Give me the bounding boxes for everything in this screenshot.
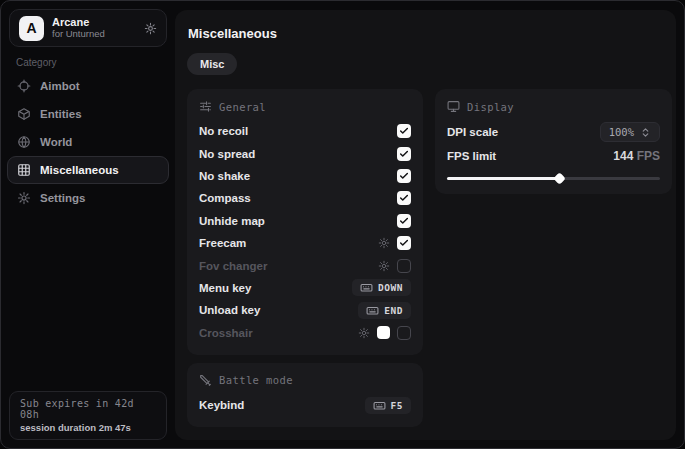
setting-row-dpi-scale: DPI scale 100% — [447, 120, 660, 144]
setting-row-menu-key: Menu key DOWN — [199, 277, 411, 299]
crosshair-checkbox[interactable] — [397, 326, 411, 340]
sidebar-item-label: Aimbot — [40, 80, 80, 92]
no-shake-checkbox[interactable] — [397, 169, 411, 183]
check-icon — [399, 216, 409, 226]
keybind-value: END — [384, 305, 403, 316]
gear-icon[interactable] — [144, 22, 157, 35]
check-icon — [399, 171, 409, 181]
sidebar-item-label: World — [40, 136, 72, 148]
fps-limit-value: 144 FPS — [613, 149, 660, 163]
sidebar-item-label: Settings — [40, 192, 85, 204]
battle-keybind-button[interactable]: F5 — [365, 397, 411, 414]
crosshair-gear-icon[interactable] — [358, 327, 370, 339]
check-icon — [399, 149, 409, 159]
no-recoil-checkbox[interactable] — [397, 124, 411, 138]
display-panel-header: Display — [447, 100, 660, 113]
sidebar-item-aimbot[interactable]: Aimbot — [7, 72, 169, 100]
freecam-gear-icon[interactable] — [378, 237, 390, 249]
tab-misc[interactable]: Misc — [187, 53, 237, 75]
sidebar-item-label: Entities — [40, 108, 82, 120]
gear-icon — [17, 191, 31, 205]
fps-unit: FPS — [637, 149, 660, 163]
general-panel: General No recoil No spread — [187, 89, 423, 355]
battle-mode-panel: Battle mode Keybind F5 — [187, 363, 423, 427]
row-label: No shake — [199, 170, 250, 182]
setting-row-no-shake: No shake — [199, 165, 411, 187]
sidebar-item-miscellaneous[interactable]: Miscellaneous — [7, 156, 169, 184]
dpi-scale-select[interactable]: 100% — [600, 122, 660, 142]
sword-icon — [199, 374, 212, 387]
check-icon — [399, 193, 409, 203]
setting-row-unhide-map: Unhide map — [199, 210, 411, 232]
subscription-status-card: Sub expires in 42d 08h session duration … — [9, 391, 167, 440]
row-label: Fov changer — [199, 260, 267, 272]
slider-thumb[interactable] — [553, 172, 566, 185]
row-label: FPS limit — [447, 150, 496, 162]
main-content: Miscellaneous Misc General — [175, 10, 676, 440]
keyboard-icon — [373, 399, 386, 412]
sidebar-item-world[interactable]: World — [7, 128, 169, 156]
general-panel-title: General — [219, 101, 266, 113]
right-column: Display DPI scale 100% — [435, 89, 672, 194]
session-duration-text: session duration 2m 47s — [20, 422, 156, 433]
cube-icon — [17, 107, 31, 121]
setting-row-unload-key: Unload key END — [199, 299, 411, 321]
keybind-value: F5 — [391, 400, 403, 411]
app-subtitle: for Unturned — [52, 29, 136, 40]
setting-row-battle-keybind: Keybind F5 — [199, 394, 411, 416]
app-title: Arcane — [52, 16, 136, 29]
battle-mode-panel-header: Battle mode — [199, 374, 411, 387]
setting-row-no-recoil: No recoil — [199, 120, 411, 142]
row-label: Unload key — [199, 304, 260, 316]
fps-limit-slider[interactable] — [447, 174, 660, 183]
sidebar: A Arcane for Unturned Category A — [1, 1, 175, 448]
unload-key-keybind-button[interactable]: END — [358, 302, 411, 319]
sidebar-item-label: Miscellaneous — [40, 164, 119, 176]
row-label: Menu key — [199, 282, 251, 294]
avatar: A — [19, 16, 44, 41]
fps-number: 144 — [613, 149, 633, 163]
category-nav: Aimbot Entities World — [7, 72, 169, 212]
row-label: Crosshair — [199, 327, 253, 339]
check-icon — [399, 126, 409, 136]
left-column: General No recoil No spread — [187, 89, 423, 427]
keyboard-icon — [360, 281, 373, 294]
keyboard-icon — [366, 304, 379, 317]
sidebar-item-entities[interactable]: Entities — [7, 100, 169, 128]
row-label: Unhide map — [199, 215, 265, 227]
setting-row-freecam: Freecam — [199, 232, 411, 254]
compass-checkbox[interactable] — [397, 191, 411, 205]
logo-card: A Arcane for Unturned — [9, 9, 167, 47]
display-panel: Display DPI scale 100% — [435, 89, 672, 194]
no-spread-checkbox[interactable] — [397, 147, 411, 161]
display-panel-title: Display — [467, 101, 514, 113]
row-label: Compass — [199, 192, 251, 204]
setting-row-no-spread: No spread — [199, 142, 411, 164]
dpi-scale-value: 100% — [609, 126, 634, 138]
chevron-selector-icon — [640, 127, 651, 138]
category-label: Category — [16, 57, 57, 68]
menu-key-keybind-button[interactable]: DOWN — [352, 279, 411, 296]
battle-mode-panel-title: Battle mode — [219, 374, 293, 386]
sliders-icon — [199, 100, 212, 113]
row-label: No spread — [199, 148, 255, 160]
setting-row-compass: Compass — [199, 187, 411, 209]
sub-expiry-text: Sub expires in 42d 08h — [20, 398, 156, 420]
fov-changer-gear-icon[interactable] — [378, 260, 390, 272]
panel-columns: General No recoil No spread — [187, 89, 664, 427]
page-title: Miscellaneous — [188, 26, 664, 41]
monitor-icon — [447, 100, 460, 113]
logo-text: Arcane for Unturned — [52, 16, 136, 40]
general-panel-header: General — [199, 100, 411, 113]
row-label: Keybind — [199, 399, 244, 411]
check-icon — [399, 238, 409, 248]
freecam-checkbox[interactable] — [397, 236, 411, 250]
grid-icon — [17, 163, 31, 177]
fov-changer-checkbox[interactable] — [397, 259, 411, 273]
crosshair-icon — [17, 79, 31, 93]
crosshair-color-swatch[interactable] — [377, 326, 390, 339]
unhide-map-checkbox[interactable] — [397, 214, 411, 228]
sidebar-item-settings[interactable]: Settings — [7, 184, 169, 212]
globe-icon — [17, 135, 31, 149]
setting-row-crosshair: Crosshair — [199, 322, 411, 344]
